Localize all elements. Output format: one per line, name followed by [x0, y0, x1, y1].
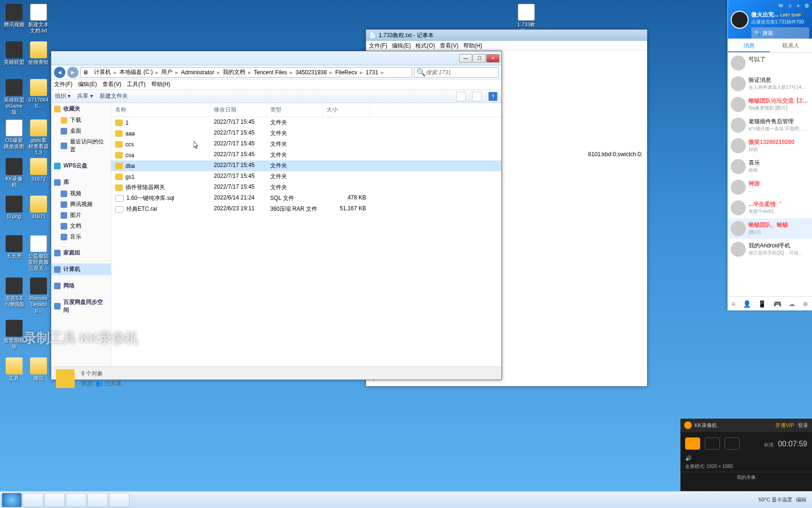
preview-pane-icon[interactable] — [472, 92, 482, 101]
taskbar-item[interactable] — [87, 493, 108, 507]
desktop-icon[interactable]: gbits素材查看器1.3 — [28, 119, 49, 156]
avatar[interactable] — [731, 11, 749, 29]
desktop-icon[interactable]: 五五开 — [4, 235, 24, 259]
sidebar-downloads[interactable]: 下载 — [51, 115, 111, 126]
chat-item[interactable]: 神游... — [728, 177, 812, 198]
chat-item[interactable]: 验证消息在人间申请加入群17号14点准 — [728, 73, 812, 94]
sidebar-desktop[interactable]: 桌面 — [51, 126, 111, 136]
share-button[interactable]: 共享 ▾ — [77, 92, 93, 100]
chat-item[interactable]: 蜥蜴团队、蜥蜴[图片] — [728, 218, 812, 239]
desktop-icon[interactable]: 语言5.6小增强版 — [4, 278, 24, 308]
settings-icon[interactable]: ⚙ — [804, 3, 809, 9]
file-row[interactable]: 经典ETC.rar2022/6/23 19:11360压缩 RAR 文件51,1… — [111, 204, 501, 214]
breadcrumb-segment[interactable]: Administrator — [178, 69, 217, 76]
file-row[interactable]: ccs2022/7/17 15:45文件夹 — [111, 139, 501, 150]
desktop-icon[interactable]: 坐骑青蛙 — [28, 41, 49, 65]
breadcrumb-segment[interactable]: 3450231938 — [293, 69, 330, 76]
breadcrumb-segment[interactable]: 用户 — [158, 68, 175, 76]
desktop-icon[interactable]: 31672 — [28, 158, 49, 182]
chat-item[interactable]: 蜥蜴团队论坛交流【2】群/bq夜梦随影:[图片] — [728, 94, 812, 115]
volume-icon[interactable]: 🔊 — [685, 455, 692, 461]
qq-chat-list[interactable]: 可以了验证消息在人间申请加入群17号14点准蜥蜴团队论坛交流【2】群/bq夜梦随… — [728, 53, 812, 296]
chat-item[interactable]: ...半生柔情゛有那个etc吗 — [728, 198, 812, 218]
chat-item[interactable]: 可以了 — [728, 53, 812, 73]
header-type[interactable]: 类型 — [266, 103, 323, 117]
menu-item[interactable]: 格式(O) — [415, 42, 435, 49]
file-row[interactable]: dba2022/7/17 15:45文件夹 — [111, 160, 501, 171]
chat-item[interactable]: 微笑13280219280好的 — [728, 135, 812, 156]
libraries-group[interactable]: 库 — [51, 176, 111, 188]
organize-button[interactable]: 组织 ▾ — [55, 92, 70, 100]
close-button[interactable]: ✕ — [486, 54, 500, 63]
desktop-icon[interactable]: 公益服防官经典服三星五... — [28, 235, 49, 272]
menu-item[interactable]: 查看(V) — [440, 42, 459, 49]
sidebar-documents[interactable]: 文档 — [51, 221, 111, 231]
minimize-button[interactable]: — — [459, 54, 472, 63]
file-list[interactable]: 名称 修改日期 类型 大小 12022/7/17 15:45文件夹aaa2022… — [111, 103, 501, 366]
footer-icon[interactable]: ☁ — [789, 300, 795, 308]
sidebar-pictures[interactable]: 图片 — [51, 210, 111, 221]
desktop-icon[interactable]: D.png — [4, 196, 24, 220]
kk-login-button[interactable]: 登录 — [798, 422, 808, 429]
sidebar-baidu[interactable]: 百度网盘同步空间 — [51, 296, 111, 316]
maximize-button[interactable]: ☐ — [473, 54, 486, 63]
file-row[interactable]: gs12022/7/17 15:45文件夹 — [111, 171, 501, 182]
kk-recorder-window[interactable]: KK录像机 开通VIP 登录 标清 00:07:59 🔊 全屏模式: 1920 … — [680, 419, 812, 494]
desktop-icon[interactable]: OS爆紫跳坐坂图 — [4, 119, 24, 150]
desktop-icon[interactable]: Remote Desktop... — [28, 278, 49, 314]
taskbar-item[interactable] — [109, 493, 130, 507]
favorites-group[interactable]: 收藏夹 — [51, 103, 111, 115]
plus-icon[interactable]: + — [797, 3, 800, 9]
menu-item[interactable]: 文件(F) — [369, 42, 387, 49]
mode-game-icon[interactable] — [725, 437, 740, 450]
sidebar-recent[interactable]: 最近访问的位置 — [51, 136, 111, 155]
explorer-window[interactable]: — ☐ ✕ ◄ ► 🖥计算机▸本地磁盘 (C:)▸用户▸Administrato… — [51, 51, 502, 380]
desktop-icon[interactable]: 31671 — [28, 196, 49, 220]
desktop-icon[interactable]: 新建文本文档.txt — [28, 4, 49, 34]
wps-cloud[interactable]: WPS云盘 — [51, 160, 111, 172]
homegroup[interactable]: 家庭组 — [51, 247, 111, 259]
mode-window-icon[interactable] — [705, 437, 720, 450]
mode-fullscreen-icon[interactable] — [685, 437, 700, 450]
explorer-menubar[interactable]: 文件(F)编辑(E)查看(V)工具(T)帮助(H) — [51, 79, 501, 90]
breadcrumb-segment[interactable]: Tencent Files — [251, 69, 290, 76]
sidebar-video[interactable]: 视频 — [51, 188, 111, 199]
file-row[interactable]: 1.60一键纯净库.sql2022/6/14 21:24SQL 文件478 KB — [111, 193, 501, 204]
help-icon[interactable]: ? — [488, 92, 498, 101]
system-tray[interactable]: 50°C 显卡温度 编辑 — [758, 496, 810, 503]
back-button[interactable]: ◄ — [54, 67, 65, 78]
breadcrumb-segment[interactable]: FileRecv — [332, 69, 360, 76]
weather-widget[interactable]: 50°C 显卡温度 — [758, 496, 792, 503]
breadcrumb[interactable]: 🖥计算机▸本地磁盘 (C:)▸用户▸Administrator▸我的文档▸Ten… — [80, 67, 412, 78]
view-options-icon[interactable] — [456, 92, 466, 101]
search-input[interactable] — [426, 69, 496, 76]
sidebar-computer[interactable]: 计算机 — [51, 263, 111, 275]
mail-icon[interactable]: ✉ — [779, 3, 783, 9]
desktop-icon[interactable]: 英雄联盟 — [4, 41, 24, 65]
desktop-icon[interactable]: 测试 — [28, 357, 49, 381]
file-row[interactable]: 12022/7/17 15:45文件夹 — [111, 117, 501, 128]
explorer-sidebar[interactable]: 收藏夹 下载 桌面 最近访问的位置 WPS云盘 库 视频 腾讯视频 图片 文档 … — [51, 103, 111, 366]
sidebar-txvideo[interactable]: 腾讯视频 — [51, 199, 111, 210]
breadcrumb-segment[interactable]: 1731 — [363, 69, 381, 76]
breadcrumb-segment[interactable]: 本地磁盘 (C:) — [117, 68, 156, 76]
tab-contacts[interactable]: 联系人 — [770, 39, 812, 52]
header-date[interactable]: 修改日期 — [210, 103, 266, 117]
footer-icon[interactable]: 📱 — [758, 300, 766, 308]
menu-item[interactable]: 帮助(H) — [463, 42, 483, 49]
tab-messages[interactable]: 消息 — [728, 39, 770, 52]
desktop-icon[interactable]: 07170640... — [28, 79, 49, 109]
chat-item[interactable]: 喜乐哈哈 — [728, 156, 812, 177]
search-box[interactable]: 🔍 — [414, 67, 499, 78]
footer-icon[interactable]: ⊕ — [803, 300, 808, 308]
desktop-icon[interactable]: KK录像机 — [4, 158, 24, 188]
footer-icon[interactable]: 🎮 — [773, 300, 781, 308]
breadcrumb-segment[interactable]: 我的文档 — [220, 68, 248, 76]
taskbar[interactable]: 50°C 显卡温度 编辑 — [0, 491, 812, 508]
footer-icon[interactable]: ≡ — [732, 300, 735, 308]
notepad-menu[interactable]: 文件(F)编辑(E)格式(O)查看(V)帮助(H) — [366, 41, 647, 50]
qq-search[interactable]: 🔍搜索 — [751, 27, 809, 39]
breadcrumb-segment[interactable]: 计算机 — [91, 68, 114, 76]
taskbar-item[interactable] — [66, 493, 86, 507]
desktop-icon[interactable]: 工具 — [4, 357, 24, 381]
